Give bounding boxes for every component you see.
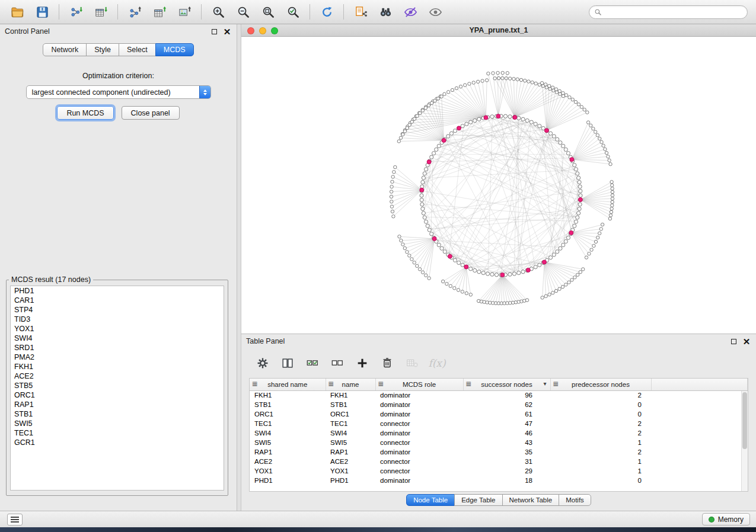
save-session-button[interactable]: [30, 2, 55, 22]
column-header-successor-nodes[interactable]: ▦successor nodes▾: [463, 379, 550, 390]
close-mcds-panel-button[interactable]: Close panel: [122, 106, 180, 120]
optimization-criterion-label: Optimization criterion:: [0, 72, 237, 80]
plus-icon: [356, 357, 369, 370]
table-scrollbar[interactable]: [741, 391, 748, 491]
table-toolbar: f(x): [241, 348, 756, 378]
mcds-result-list[interactable]: PHD1CAR1STP4TID3YOX1SWI4SRD1PMA2FKH1ACE2…: [10, 286, 224, 491]
show-hide-button[interactable]: [423, 2, 448, 22]
mcds-result-item[interactable]: ORC1: [11, 390, 224, 400]
table-scrollbar-thumb[interactable]: [742, 392, 747, 449]
table-cell: dominator: [375, 476, 463, 485]
tab-style[interactable]: Style: [86, 43, 119, 56]
mcds-result-item[interactable]: SWI5: [11, 419, 224, 428]
clear-table-button: [401, 353, 423, 373]
table-row[interactable]: ORC1ORC1dominator610: [250, 409, 748, 419]
mcds-result-item[interactable]: SWI4: [11, 334, 224, 343]
table-row[interactable]: SWI5SWI5connector431: [250, 438, 748, 447]
table-row[interactable]: SWI4SWI4dominator462: [250, 428, 748, 438]
mcds-result-item[interactable]: TEC1: [11, 428, 224, 438]
memory-label: Memory: [718, 515, 744, 524]
table-row[interactable]: STB1STB1dominator620: [250, 400, 748, 409]
table-cell: SWI4: [250, 428, 326, 438]
mcds-result-item[interactable]: CAR1: [11, 296, 224, 305]
tab-motifs[interactable]: Motifs: [559, 494, 591, 506]
float-table-panel-button[interactable]: [729, 336, 738, 346]
export-image-button[interactable]: [172, 2, 197, 22]
table-row[interactable]: RAP1RAP1dominator352: [250, 447, 748, 457]
panel-splitter[interactable]: [237, 24, 241, 511]
mcds-result-item[interactable]: ACE2: [11, 371, 224, 381]
tab-select[interactable]: Select: [119, 43, 156, 56]
zoom-fit-button[interactable]: [256, 2, 280, 22]
tab-network-table[interactable]: Network Table: [502, 494, 560, 506]
zoom-in-button[interactable]: [206, 2, 231, 22]
table-row[interactable]: ACE2ACE2connector311: [250, 457, 748, 466]
table-cell: 47: [463, 419, 550, 428]
column-header-predecessor-nodes[interactable]: ▦predecessor nodes: [550, 379, 651, 390]
column-visibility-button[interactable]: [277, 353, 298, 373]
column-header-filler: [651, 379, 748, 390]
mcds-result-item[interactable]: GCR1: [11, 438, 224, 447]
close-icon: ✕: [743, 337, 751, 346]
graphics-details-button[interactable]: [398, 2, 423, 22]
table-cell: 31: [463, 457, 550, 466]
select-all-button[interactable]: [302, 353, 323, 373]
table-row[interactable]: TEC1TEC1connector472: [250, 419, 748, 428]
node-table-container[interactable]: ▦shared name▦name▦MCDS role▦successor no…: [249, 378, 748, 492]
mcds-result-item[interactable]: RAP1: [11, 400, 224, 409]
refresh-button[interactable]: [314, 2, 339, 22]
add-column-button[interactable]: [352, 353, 373, 373]
mcds-result-item[interactable]: TID3: [11, 315, 224, 324]
search-input[interactable]: [605, 8, 742, 17]
deselect-all-button[interactable]: [327, 353, 348, 373]
mcds-result-item[interactable]: YOX1: [11, 324, 224, 334]
clone-network-button[interactable]: [348, 2, 373, 22]
tab-node-table[interactable]: Node Table: [406, 494, 455, 506]
zoom-out-button[interactable]: [231, 2, 256, 22]
table-panel: Table Panel ✕ f(x) ▦shared name▦name▦MCD…: [241, 334, 756, 511]
mcds-result-item[interactable]: STB1: [11, 409, 224, 419]
delete-column-button[interactable]: [377, 353, 398, 373]
column-header-shared-name[interactable]: ▦shared name: [250, 379, 326, 390]
menu-button[interactable]: [7, 514, 23, 525]
tab-mcds[interactable]: MCDS: [155, 43, 194, 56]
zoom-selected-button[interactable]: [280, 2, 305, 22]
table-cell: dominator: [375, 390, 463, 400]
open-session-button[interactable]: [5, 2, 30, 22]
tab-network[interactable]: Network: [43, 43, 87, 56]
mcds-result-item[interactable]: STP4: [11, 305, 224, 315]
mcds-result-item[interactable]: FKH1: [11, 362, 224, 371]
find-button[interactable]: [373, 2, 398, 22]
table-cell: PHD1: [250, 476, 326, 485]
mcds-result-item[interactable]: PMA2: [11, 352, 224, 362]
mcds-result-item[interactable]: STB5: [11, 381, 224, 390]
close-table-panel-button[interactable]: ✕: [742, 336, 751, 346]
toolbar-separator: [59, 4, 59, 20]
float-panel-button[interactable]: [209, 27, 219, 36]
mcds-result-item[interactable]: PHD1: [11, 286, 224, 296]
tab-edge-table[interactable]: Edge Table: [454, 494, 502, 506]
table-cell: YOX1: [250, 466, 326, 476]
export-network-button[interactable]: [122, 2, 147, 22]
import-network-button[interactable]: [63, 2, 88, 22]
network-canvas[interactable]: [241, 37, 756, 334]
mcds-result-item[interactable]: SRD1: [11, 343, 224, 352]
column-header-mcds-role[interactable]: ▦MCDS role: [375, 379, 463, 390]
export-table-button[interactable]: [147, 2, 172, 22]
toolbar-separator: [201, 4, 202, 20]
table-row[interactable]: PHD1PHD1dominator180: [250, 476, 748, 485]
table-row[interactable]: YOX1YOX1connector291: [250, 466, 748, 476]
search-box[interactable]: [589, 5, 748, 19]
network-titlebar[interactable]: YPA_prune.txt_1: [241, 24, 756, 37]
columns-icon: [281, 357, 294, 370]
column-header-name[interactable]: ▦name: [326, 379, 375, 390]
close-panel-button[interactable]: ✕: [222, 27, 232, 36]
run-mcds-button[interactable]: Run MCDS: [57, 106, 113, 120]
memory-button[interactable]: Memory: [702, 513, 750, 525]
table-cell: TEC1: [250, 419, 326, 428]
table-row[interactable]: FKH1FKH1dominator962: [250, 390, 748, 400]
criterion-select[interactable]: largest connected component (undirected): [26, 85, 211, 99]
import-table-button[interactable]: [88, 2, 113, 22]
table-settings-button[interactable]: [252, 353, 273, 373]
table-cell-filler: [651, 476, 748, 485]
